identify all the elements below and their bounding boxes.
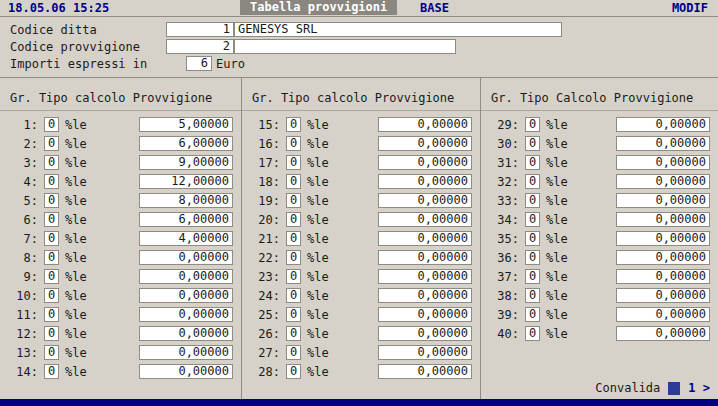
provvigione-value-input[interactable]: 0,00000 <box>378 136 472 151</box>
tipo-calcolo-input[interactable]: 0 <box>525 212 540 227</box>
tipo-calcolo-input[interactable]: 0 <box>44 307 59 322</box>
tipo-calcolo-input[interactable]: 0 <box>286 288 301 303</box>
importi-input[interactable]: 6 <box>186 56 212 71</box>
provvigione-value-input[interactable]: 0,00000 <box>139 345 233 360</box>
tipo-calcolo-input[interactable]: 0 <box>525 250 540 265</box>
provvigione-value-input[interactable]: 0,00000 <box>378 307 472 322</box>
tipo-calcolo-input[interactable]: 0 <box>525 174 540 189</box>
tipo-calcolo-input[interactable]: 0 <box>44 193 59 208</box>
tipo-calcolo-input[interactable]: 0 <box>286 136 301 151</box>
tipo-calcolo-input[interactable]: 0 <box>286 269 301 284</box>
codice-provvigione-input[interactable]: 2 <box>166 39 234 54</box>
tipo-calcolo-input[interactable]: 0 <box>286 307 301 322</box>
table-row: 22:0%le0,00000 <box>242 248 480 267</box>
provvigione-value-input[interactable]: 6,00000 <box>139 212 233 227</box>
provvigione-value-input[interactable]: 0,00000 <box>378 364 472 379</box>
tipo-calcolo-input[interactable]: 0 <box>286 326 301 341</box>
tipo-calcolo-input[interactable]: 0 <box>286 345 301 360</box>
provvigione-value-input[interactable]: 0,00000 <box>616 212 710 227</box>
provvigione-value-input[interactable]: 0,00000 <box>378 155 472 170</box>
tipo-calcolo-input[interactable]: 0 <box>44 250 59 265</box>
tipo-calcolo-input[interactable]: 0 <box>44 231 59 246</box>
tipo-calcolo-input[interactable]: 0 <box>525 117 540 132</box>
page-nav[interactable]: 1 > <box>688 381 710 395</box>
tipo-calcolo-input[interactable]: 0 <box>525 155 540 170</box>
provvigione-value-input[interactable]: 0,00000 <box>139 250 233 265</box>
tipo-calcolo-input[interactable]: 0 <box>44 174 59 189</box>
codice-ditta-input[interactable]: 1 <box>166 22 234 37</box>
tipo-calcolo-input[interactable]: 0 <box>44 326 59 341</box>
tipo-calcolo-input[interactable]: 0 <box>44 345 59 360</box>
tipo-calcolo-input[interactable]: 0 <box>525 193 540 208</box>
provvigione-value-input[interactable]: 0,00000 <box>616 231 710 246</box>
provvigione-value-input[interactable]: 5,00000 <box>139 117 233 132</box>
provvigione-value-input[interactable]: 0,00000 <box>139 288 233 303</box>
tipo-calcolo-input[interactable]: 0 <box>44 288 59 303</box>
base-menu-item[interactable]: BASE <box>420 1 449 15</box>
table-row: 10:0%le0,00000 <box>0 286 241 305</box>
provvigione-value-input[interactable]: 0,00000 <box>616 288 710 303</box>
calc-unit-label: %le <box>65 251 87 265</box>
table-row: 2:0%le6,00000 <box>0 134 241 153</box>
tipo-calcolo-input[interactable]: 0 <box>44 155 59 170</box>
table-row: 27:0%le0,00000 <box>242 343 480 362</box>
tipo-calcolo-input[interactable]: 0 <box>44 136 59 151</box>
tipo-calcolo-input[interactable]: 0 <box>525 269 540 284</box>
provvigione-value-input[interactable]: 12,00000 <box>139 174 233 189</box>
provvigione-value-input[interactable]: 0,00000 <box>616 136 710 151</box>
tipo-calcolo-input[interactable]: 0 <box>286 117 301 132</box>
provvigione-value-input[interactable]: 0,00000 <box>378 117 472 132</box>
tipo-calcolo-input[interactable]: 0 <box>44 269 59 284</box>
provvigione-value-input[interactable]: 0,00000 <box>616 269 710 284</box>
tipo-calcolo-input[interactable]: 0 <box>525 288 540 303</box>
tipo-calcolo-input[interactable]: 0 <box>525 136 540 151</box>
provvigione-value-input[interactable]: 0,00000 <box>378 212 472 227</box>
provvigione-value-input[interactable]: 0,00000 <box>616 307 710 322</box>
tipo-calcolo-input[interactable]: 0 <box>286 174 301 189</box>
provvigione-value-input[interactable]: 0,00000 <box>139 269 233 284</box>
provvigione-value-input[interactable]: 8,00000 <box>139 193 233 208</box>
provvigione-value-input[interactable]: 4,00000 <box>139 231 233 246</box>
tipo-calcolo-input[interactable]: 0 <box>525 231 540 246</box>
tipo-calcolo-input[interactable]: 0 <box>525 326 540 341</box>
tipo-calcolo-input[interactable]: 0 <box>44 364 59 379</box>
provvigione-value-input[interactable]: 0,00000 <box>616 117 710 132</box>
tipo-calcolo-input[interactable]: 0 <box>286 155 301 170</box>
table-row: 33:0%le0,00000 <box>481 191 718 210</box>
tipo-calcolo-input[interactable]: 0 <box>286 231 301 246</box>
modif-menu-item[interactable]: MODIF <box>672 1 708 15</box>
provvigione-value-input[interactable]: 0,00000 <box>378 193 472 208</box>
tipo-calcolo-input[interactable]: 0 <box>525 307 540 322</box>
provvigione-value-input[interactable]: 0,00000 <box>378 326 472 341</box>
provvigione-value-input[interactable]: 0,00000 <box>378 250 472 265</box>
provvigione-value-input[interactable]: 0,00000 <box>378 345 472 360</box>
tipo-calcolo-input[interactable]: 0 <box>286 364 301 379</box>
provvigione-value-input[interactable]: 0,00000 <box>616 326 710 341</box>
tipo-calcolo-input[interactable]: 0 <box>286 250 301 265</box>
provvigione-value-input[interactable]: 0,00000 <box>616 155 710 170</box>
row-number-label: 14: <box>8 365 38 379</box>
provvigione-value-input[interactable]: 0,00000 <box>139 326 233 341</box>
provvigione-desc-input[interactable] <box>234 39 456 54</box>
row-number-label: 15: <box>250 118 280 132</box>
provvigione-value-input[interactable]: 0,00000 <box>139 307 233 322</box>
tipo-calcolo-input[interactable]: 0 <box>44 212 59 227</box>
provvigione-value-input[interactable]: 0,00000 <box>616 250 710 265</box>
tipo-calcolo-input[interactable]: 0 <box>44 117 59 132</box>
company-name-input[interactable]: GENESYS SRL <box>234 22 562 37</box>
provvigione-value-input[interactable]: 6,00000 <box>139 136 233 151</box>
provvigione-value-input[interactable]: 0,00000 <box>378 269 472 284</box>
provvigione-value-input[interactable]: 0,00000 <box>378 231 472 246</box>
provvigione-value-input[interactable]: 0,00000 <box>139 364 233 379</box>
provvigione-value-input[interactable]: 0,00000 <box>378 174 472 189</box>
bottom-scrollbar[interactable] <box>0 399 718 406</box>
provvigione-value-input[interactable]: 0,00000 <box>616 174 710 189</box>
convalida-button[interactable]: Convalida <box>595 381 660 395</box>
table-row: 38:0%le0,00000 <box>481 286 718 305</box>
provvigione-value-input[interactable]: 9,00000 <box>139 155 233 170</box>
provvigione-value-input[interactable]: 0,00000 <box>616 193 710 208</box>
row-number-label: 23: <box>250 270 280 284</box>
provvigione-value-input[interactable]: 0,00000 <box>378 288 472 303</box>
tipo-calcolo-input[interactable]: 0 <box>286 212 301 227</box>
tipo-calcolo-input[interactable]: 0 <box>286 193 301 208</box>
